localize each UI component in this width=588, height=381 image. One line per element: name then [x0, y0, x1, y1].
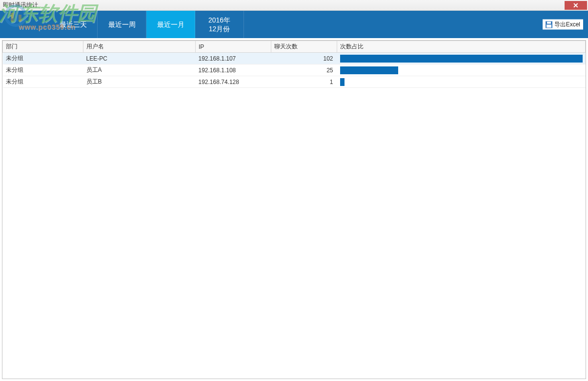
svg-rect-2: [15, 11, 18, 21]
cell-ip: 192.168.1.108: [196, 64, 271, 76]
save-disk-icon: [546, 21, 552, 28]
table-container: 部门 用户名 IP 聊天次数 次数占比 未分组LEE-PC192.168.1.1…: [2, 40, 586, 379]
close-button[interactable]: ✕: [565, 1, 587, 10]
tab-recent-week[interactable]: 最近一周: [98, 11, 146, 38]
tab-label: 2016年 12月份: [208, 16, 230, 33]
tab-label: 最近三天: [60, 20, 87, 29]
stats-table: 部门 用户名 IP 聊天次数 次数占比 未分组LEE-PC192.168.1.1…: [2, 41, 586, 88]
cell-count: 102: [271, 53, 337, 64]
watermark-logo-icon: [4, 4, 27, 27]
cell-ratio-bar: [337, 53, 586, 64]
tab-recent-month[interactable]: 最近一月: [146, 11, 195, 38]
ratio-bar: [340, 66, 398, 74]
table-row[interactable]: 未分组LEE-PC192.168.1.107102: [3, 53, 586, 64]
cell-ip: 192.168.1.107: [196, 53, 271, 64]
cell-dept: 未分组: [3, 64, 83, 76]
ratio-bar: [340, 78, 345, 86]
cell-user: 员工B: [83, 76, 196, 88]
svg-rect-1: [11, 13, 14, 21]
cell-user: 员工A: [83, 64, 196, 76]
export-excel-button[interactable]: 导出Excel: [543, 20, 583, 30]
table-header-row: 部门 用户名 IP 聊天次数 次数占比: [3, 41, 586, 53]
tab-label: 最近一周: [108, 20, 136, 29]
cell-dept: 未分组: [3, 76, 83, 88]
col-header-user[interactable]: 用户名: [83, 41, 196, 53]
col-header-ratio[interactable]: 次数占比: [337, 41, 586, 53]
col-header-count[interactable]: 聊天次数: [271, 41, 337, 53]
cell-ip: 192.168.74.128: [196, 76, 271, 88]
tab-2016-12[interactable]: 2016年 12月份: [195, 11, 244, 38]
cell-ratio-bar: [337, 64, 586, 76]
cell-dept: 未分组: [3, 53, 83, 64]
tab-label: 最近一月: [157, 20, 184, 29]
cell-count: 25: [271, 64, 337, 76]
table-body: 未分组LEE-PC192.168.1.107102未分组员工A192.168.1…: [3, 53, 586, 88]
date-range-toolbar: 最近三天 最近一周 最近一月 2016年 12月份 导出Excel: [0, 11, 588, 38]
table-row[interactable]: 未分组员工A192.168.1.10825: [3, 64, 586, 76]
cell-user: LEE-PC: [83, 53, 196, 64]
tab-recent-3days[interactable]: 最近三天: [49, 11, 98, 38]
ratio-bar: [340, 55, 583, 63]
titlebar: 即时通讯统计 ✕: [0, 0, 588, 11]
col-header-ip[interactable]: IP: [196, 41, 271, 53]
export-label: 导出Excel: [554, 21, 580, 29]
svg-rect-3: [19, 15, 21, 21]
col-header-dept[interactable]: 部门: [3, 41, 83, 53]
cell-count: 1: [271, 76, 337, 88]
table-row[interactable]: 未分组员工B192.168.74.1281: [3, 76, 586, 88]
cell-ratio-bar: [337, 76, 586, 88]
close-icon: ✕: [573, 1, 579, 9]
